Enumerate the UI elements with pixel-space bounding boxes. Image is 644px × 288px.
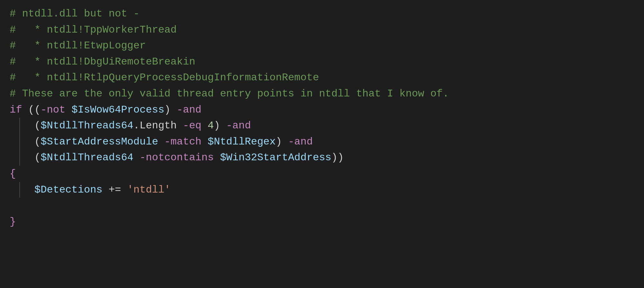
code-token-8-6: 4: [208, 118, 214, 134]
code-token-10-7: )): [332, 150, 344, 166]
code-token-11-1: {: [10, 166, 16, 182]
code-token-12-4: 'ntdll': [127, 182, 170, 198]
code-line-9: ($StartAddressModule -match $NtdllRegex)…: [10, 134, 634, 150]
code-token-8-5: [201, 118, 207, 134]
code-token-10-6: $Win32StartAddress: [220, 150, 332, 166]
code-line-1: # ntdll.dll but not -: [10, 6, 634, 22]
code-token-10-4: -notcontains: [139, 150, 214, 166]
code-token-10-5: [214, 150, 220, 166]
code-token-7-5: $IsWow64Process: [72, 102, 164, 118]
code-line-13: [10, 198, 634, 214]
code-token-7-4: [65, 102, 72, 118]
code-token-1-1: # ntdll.dll but not -: [10, 6, 139, 22]
code-token-7-3: -not: [41, 102, 65, 118]
code-editor: # ntdll.dll but not -# * ntdll!TppWorker…: [0, 0, 644, 288]
code-token-9-5: [201, 134, 207, 150]
code-token-8-4: -eq: [183, 118, 202, 134]
code-token-9-3: [158, 134, 164, 150]
code-token-5-1: # * ntdll!RtlpQueryProcessDebugInformati…: [10, 70, 319, 86]
code-line-2: # * ntdll!TppWorkerThread: [10, 22, 634, 38]
code-token-6-1: # These are the only valid thread entry …: [10, 86, 449, 102]
code-token-10-1: (: [10, 150, 41, 166]
code-line-14: }: [10, 214, 634, 230]
code-line-12: $Detections += 'ntdll': [10, 182, 634, 198]
code-token-8-3: .Length: [133, 118, 183, 134]
code-token-7-7: -and: [177, 102, 201, 118]
code-token-8-2: $NtdllThreads64: [41, 118, 133, 134]
code-line-7: if ((-not $IsWow64Process) -and: [10, 102, 634, 118]
code-token-9-2: $StartAddressModule: [41, 134, 158, 150]
code-token-3-1: # * ntdll!EtwpLogger: [10, 38, 146, 54]
code-token-7-1: if: [10, 102, 22, 118]
code-token-9-4: -match: [164, 134, 201, 150]
code-token-7-2: ((: [22, 102, 41, 118]
code-token-10-3: [133, 150, 139, 166]
code-line-11: {: [10, 166, 634, 182]
indent-bar: [19, 118, 20, 134]
code-line-3: # * ntdll!EtwpLogger: [10, 38, 634, 54]
code-token-12-2: $Detections: [34, 182, 102, 198]
indent-bar: [19, 182, 20, 198]
code-token-7-6: ): [164, 102, 177, 118]
code-line-8: ($NtdllThreads64.Length -eq 4) -and: [10, 118, 634, 134]
code-token-9-1: (: [10, 134, 41, 150]
indent-bar: [19, 134, 20, 150]
code-line-10: ($NtdllThreads64 -notcontains $Win32Star…: [10, 150, 634, 166]
code-token-8-7: ): [214, 118, 226, 134]
code-token-8-8: -and: [226, 118, 251, 134]
code-line-6: # These are the only valid thread entry …: [10, 86, 634, 102]
code-token-9-6: $NtdllRegex: [208, 134, 276, 150]
code-token-14-1: }: [10, 214, 16, 230]
code-token-12-1: [10, 182, 34, 198]
code-line-5: # * ntdll!RtlpQueryProcessDebugInformati…: [10, 70, 634, 86]
code-token-9-8: -and: [288, 134, 313, 150]
code-token-12-3: +=: [102, 182, 127, 198]
code-token-9-7: ): [276, 134, 288, 150]
code-token-2-1: # * ntdll!TppWorkerThread: [10, 22, 177, 38]
code-line-4: # * ntdll!DbgUiRemoteBreakin: [10, 54, 634, 70]
code-token-4-1: # * ntdll!DbgUiRemoteBreakin: [10, 54, 195, 70]
code-token-8-1: (: [10, 118, 41, 134]
code-token-10-2: $NtdllThreads64: [41, 150, 133, 166]
indent-bar: [19, 150, 20, 166]
